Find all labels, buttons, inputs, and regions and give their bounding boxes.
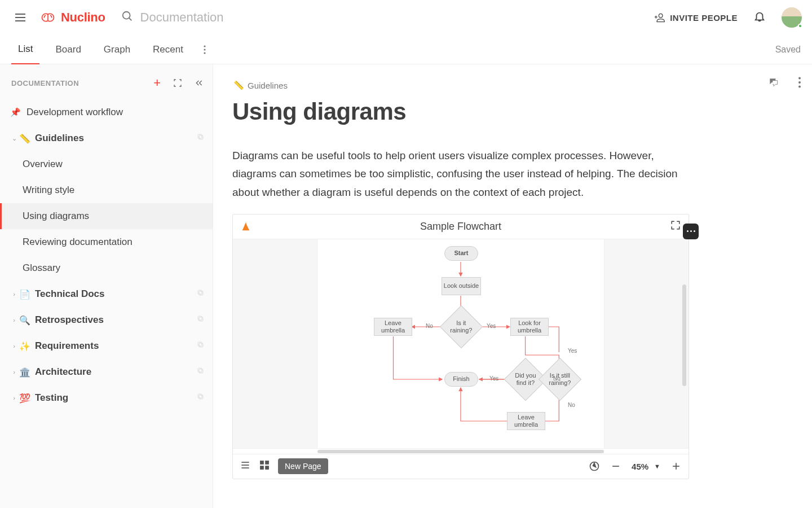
sidebar-item-glossary[interactable]: Glossary xyxy=(0,255,213,281)
sidebar-item-overview[interactable]: Overview xyxy=(0,151,213,177)
svg-line-1 xyxy=(129,18,131,21)
invite-people-button[interactable]: INVITE PEOPLE xyxy=(654,12,738,23)
chevron-right-icon: › xyxy=(10,395,18,401)
svg-rect-30 xyxy=(261,461,264,465)
pinned-item[interactable]: 📌 Development workflow xyxy=(0,99,213,125)
diagram-canvas[interactable]: Start Look outside Is it raining? Leave … xyxy=(317,239,604,448)
sidebar: DOCUMENTATION + 📌 Development workflow ⌄… xyxy=(0,64,213,508)
tab-graph[interactable]: Graph xyxy=(97,35,137,64)
brand-logo[interactable]: Nuclino xyxy=(39,9,105,26)
chevron-right-icon: › xyxy=(10,291,18,297)
node-look-for-umbrella[interactable]: Look for umbrella xyxy=(510,318,549,336)
svg-rect-33 xyxy=(266,466,269,470)
copy-icon[interactable] xyxy=(196,340,205,352)
view-tabs: List Board Graph Recent Saved xyxy=(0,35,812,64)
brain-icon xyxy=(39,9,56,26)
save-status: Saved xyxy=(775,45,801,55)
search-field[interactable]: Documentation xyxy=(121,10,224,25)
node-leave-umbrella-2[interactable]: Leave umbrella xyxy=(507,412,545,430)
compass-icon[interactable] xyxy=(589,461,600,472)
embed-more-button[interactable] xyxy=(683,224,699,239)
sidebar-group-guidelines[interactable]: ⌄ 📏 Guidelines xyxy=(0,125,213,151)
user-avatar[interactable] xyxy=(782,7,802,28)
svg-rect-7 xyxy=(199,291,203,295)
node-look-outside[interactable]: Look outside xyxy=(442,277,481,295)
tabs-more-button[interactable] xyxy=(199,45,210,54)
copy-icon[interactable] xyxy=(196,392,205,404)
svg-rect-16 xyxy=(198,394,202,398)
page-paragraph: Diagrams can be useful tools to help ori… xyxy=(232,147,689,202)
brand-name: Nuclino xyxy=(61,10,105,25)
sidebar-group-retrospectives[interactable]: › 🔍 Retrospectives xyxy=(0,307,213,333)
copy-icon[interactable] xyxy=(196,288,205,300)
svg-rect-10 xyxy=(198,316,202,320)
svg-point-2 xyxy=(204,45,205,47)
embed-right-gutter xyxy=(604,239,689,448)
list-view-icon[interactable] xyxy=(240,459,251,473)
sidebar-item-reviewing-documentation[interactable]: Reviewing documentation xyxy=(0,229,213,255)
sidebar-group-requirements[interactable]: › ✨ Requirements xyxy=(0,333,213,359)
chevron-right-icon: › xyxy=(10,317,18,323)
presence-dot xyxy=(798,24,802,28)
svg-rect-6 xyxy=(198,134,202,138)
notifications-button[interactable] xyxy=(753,10,766,25)
sidebar-item-writing-style[interactable]: Writing style xyxy=(0,177,213,203)
node-finish[interactable]: Finish xyxy=(444,372,478,387)
zoom-in-icon[interactable] xyxy=(670,461,682,472)
page-more-icon[interactable] xyxy=(794,77,805,88)
ruler-icon: 📏 xyxy=(233,80,244,90)
collapse-sidebar-icon[interactable] xyxy=(195,78,204,87)
svg-rect-31 xyxy=(266,461,269,465)
expand-icon[interactable] xyxy=(173,78,182,87)
zoom-level[interactable]: 45% ▼ xyxy=(632,462,660,471)
node-leave-umbrella[interactable]: Leave umbrella xyxy=(374,318,412,336)
pin-icon: 📌 xyxy=(10,107,21,117)
search-placeholder: Documentation xyxy=(140,10,224,25)
copy-icon[interactable] xyxy=(196,366,205,378)
search-icon xyxy=(121,10,134,25)
svg-rect-32 xyxy=(261,466,264,470)
tab-board[interactable]: Board xyxy=(48,35,87,64)
svg-point-17 xyxy=(798,77,801,80)
page-content: 📏 Guidelines Using diagrams Diagrams can… xyxy=(213,64,812,508)
svg-point-19 xyxy=(798,86,801,88)
sidebar-item-using-diagrams[interactable]: Using diagrams xyxy=(0,203,213,229)
copy-icon[interactable] xyxy=(196,133,205,144)
ruler-icon: 📏 xyxy=(19,133,30,144)
chevron-right-icon: › xyxy=(10,369,18,375)
svg-rect-15 xyxy=(199,395,203,399)
tab-recent[interactable]: Recent xyxy=(146,35,190,64)
svg-rect-12 xyxy=(198,342,202,346)
page-title: Using diagrams xyxy=(232,98,778,125)
fullscreen-icon[interactable] xyxy=(670,220,681,233)
svg-point-4 xyxy=(204,52,205,54)
node-is-raining[interactable]: Is it raining? xyxy=(440,305,483,348)
svg-rect-11 xyxy=(199,343,203,347)
copy-icon[interactable] xyxy=(196,314,205,326)
embed-horizontal-scrollbar[interactable] xyxy=(233,448,689,454)
new-page-button[interactable]: New Page xyxy=(278,458,328,474)
svg-rect-14 xyxy=(198,368,202,372)
sidebar-heading: DOCUMENTATION xyxy=(11,79,79,87)
svg-point-0 xyxy=(122,12,130,19)
sidebar-group-architecture[interactable]: › 🏛️ Architecture xyxy=(0,359,213,385)
chevron-right-icon: › xyxy=(10,343,18,349)
sidebar-group-technical-docs[interactable]: › 📄 Technical Docs xyxy=(0,281,213,307)
add-item-button[interactable]: + xyxy=(153,76,161,90)
svg-rect-8 xyxy=(198,290,202,294)
svg-point-18 xyxy=(798,81,801,84)
embed-left-gutter xyxy=(233,239,317,448)
svg-rect-13 xyxy=(199,369,203,373)
grid-view-icon[interactable] xyxy=(259,459,270,473)
zoom-out-icon[interactable] xyxy=(610,461,621,472)
comments-icon[interactable] xyxy=(768,77,779,88)
sidebar-group-testing[interactable]: › 💯 Testing xyxy=(0,385,213,411)
add-person-icon xyxy=(654,12,665,23)
tab-list[interactable]: List xyxy=(11,35,39,64)
svg-rect-5 xyxy=(199,135,203,139)
diagram-embed: Sample Flowchart xyxy=(232,214,689,479)
breadcrumb[interactable]: 📏 Guidelines xyxy=(233,80,778,90)
svg-point-3 xyxy=(204,49,205,50)
node-start[interactable]: Start xyxy=(444,246,478,261)
menu-button[interactable] xyxy=(14,11,27,24)
